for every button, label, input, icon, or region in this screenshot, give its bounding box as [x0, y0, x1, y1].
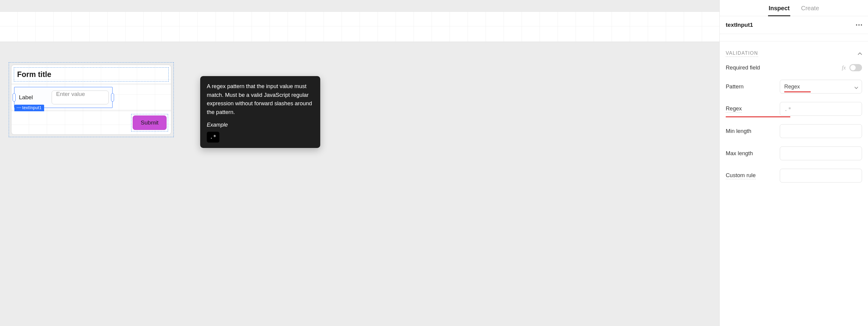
prop-label-regex: Regex: [726, 105, 742, 112]
prop-label-pattern: Pattern: [726, 83, 777, 90]
prop-min-length: Min length: [720, 120, 868, 142]
form-title[interactable]: Form title: [14, 67, 169, 82]
inspector-tabs: Inspect Create: [720, 0, 868, 16]
prop-pattern: Pattern Regex: [720, 76, 868, 98]
section-validation-header[interactable]: VALIDATION: [720, 42, 868, 60]
tooltip-body: A regex pattern that the input value mus…: [207, 82, 314, 117]
app-root: Form title Label Enter value textInput1: [0, 0, 868, 326]
input-label: Label: [14, 94, 52, 101]
form-body-cell: Label Enter value textInput1: [11, 84, 171, 111]
chevron-down-icon: [855, 85, 858, 88]
fx-button[interactable]: fx: [842, 65, 846, 71]
required-field-toggle[interactable]: [849, 64, 862, 71]
inspector-panel: Inspect Create textInput1 VALIDATION Req…: [719, 0, 868, 326]
prop-label-required: Required field: [726, 64, 777, 71]
submit-button[interactable]: Submit: [133, 115, 166, 130]
annotation-underline: [784, 91, 811, 92]
canvas-area[interactable]: Form title Label Enter value textInput1: [0, 0, 719, 326]
resize-handle-left[interactable]: [12, 93, 16, 102]
prop-label-min-length: Min length: [726, 128, 777, 134]
tab-inspect[interactable]: Inspect: [768, 3, 790, 16]
prop-max-length: Max length: [720, 142, 868, 164]
drag-handle-icon[interactable]: [17, 107, 21, 108]
more-menu-icon[interactable]: [856, 24, 862, 26]
submit-button-outline[interactable]: Submit: [131, 114, 168, 131]
inspector-header: textInput1: [720, 16, 868, 34]
form-widget: Form title Label Enter value textInput1: [11, 65, 172, 135]
pattern-select-value: Regex: [784, 84, 800, 90]
pattern-select[interactable]: Regex: [780, 80, 862, 93]
chevron-up-icon[interactable]: [858, 52, 862, 56]
tooltip-example-code: .*: [207, 132, 219, 142]
tooltip-example-label: Example: [207, 121, 314, 129]
tab-create[interactable]: Create: [801, 3, 820, 16]
prop-required-field: Required field fx: [720, 60, 868, 76]
custom-rule-input[interactable]: [780, 169, 862, 183]
form-title-cell: Form title: [11, 65, 171, 84]
text-input-field[interactable]: Enter value: [52, 90, 108, 104]
prop-regex: Regex .*: [720, 98, 868, 120]
section-title: VALIDATION: [726, 51, 758, 57]
regex-help-tooltip: A regex pattern that the input value mus…: [200, 76, 320, 148]
max-length-input[interactable]: [780, 146, 862, 160]
canvas-grid-strip: [0, 11, 719, 42]
regex-input[interactable]: .*: [780, 102, 862, 116]
form-footer-cell: Submit: [11, 111, 171, 134]
selection-tag[interactable]: textInput1: [14, 105, 44, 111]
form-widget-selection-outline[interactable]: Form title Label Enter value textInput1: [9, 62, 174, 137]
prop-label-custom-rule: Custom rule: [726, 172, 756, 179]
prop-custom-rule: Custom rule: [720, 164, 868, 187]
min-length-input[interactable]: [780, 124, 862, 138]
prop-label-max-length: Max length: [726, 150, 777, 157]
component-name[interactable]: textInput1: [726, 22, 753, 28]
selection-tag-label: textInput1: [22, 105, 42, 110]
resize-handle-right[interactable]: [111, 93, 114, 102]
